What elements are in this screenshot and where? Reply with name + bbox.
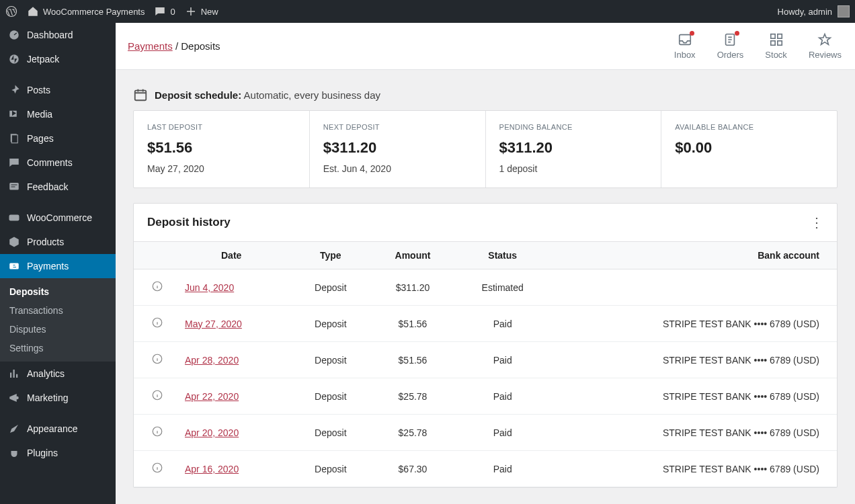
deposit-history-table: Date Type Amount Status Bank account Jun… (134, 241, 837, 487)
row-status: Paid (455, 306, 550, 342)
card-value: $0.00 (675, 139, 823, 157)
topbar-action-inbox[interactable]: Inbox (674, 32, 696, 60)
row-info[interactable] (134, 306, 181, 342)
card-sub: May 27, 2020 (147, 163, 296, 174)
sidebar-item-label: Products (27, 237, 64, 247)
topbar: Payments / Deposits InboxOrdersStockRevi… (116, 23, 855, 70)
sidebar-item-pages[interactable]: Pages (0, 126, 116, 151)
col-status[interactable]: Status (455, 242, 550, 269)
deposit-date-link[interactable]: Apr 22, 2020 (185, 391, 239, 402)
card-sub: Est. Jun 4, 2020 (323, 163, 472, 174)
row-type: Deposit (291, 415, 370, 451)
deposit-date-link[interactable]: Apr 20, 2020 (185, 427, 239, 438)
sidebar-item-label: Pages (27, 133, 54, 144)
sidebar-item-analytics[interactable]: Analytics (0, 362, 116, 386)
schedule-value: Automatic, every business day (244, 89, 380, 101)
row-status: Estimated (455, 269, 550, 306)
appearance-icon (8, 423, 20, 435)
notification-dot (690, 31, 694, 36)
jetpack-icon (8, 53, 20, 65)
row-amount: $25.78 (370, 415, 455, 451)
submenu-item-deposits[interactable]: Deposits (0, 282, 116, 301)
sidebar-item-products[interactable]: Products (0, 230, 116, 254)
svg-rect-8 (9, 263, 19, 269)
row-type: Deposit (291, 342, 370, 378)
summary-cards: LAST DEPOSIT$51.56May 27, 2020NEXT DEPOS… (133, 110, 838, 188)
col-type[interactable]: Type (291, 242, 370, 269)
topbar-action-label: Orders (717, 50, 744, 60)
sidebar-item-woocommerce[interactable]: WooCommerce (0, 206, 116, 230)
sidebar-item-posts[interactable]: Posts (0, 78, 116, 102)
sidebar-item-comments[interactable]: Comments (0, 151, 116, 175)
submenu-item-disputes[interactable]: Disputes (0, 320, 116, 339)
adminbar-comments[interactable]: 0 (154, 5, 175, 17)
stock-icon (769, 32, 784, 47)
breadcrumb-leaf: Deposits (181, 40, 220, 52)
table-row: Apr 16, 2020Deposit$67.30PaidSTRIPE TEST… (134, 451, 837, 487)
breadcrumb-sep: / (175, 40, 181, 52)
adminbar-new[interactable]: New (185, 5, 218, 17)
col-bank[interactable]: Bank account (550, 242, 837, 269)
svg-rect-5 (11, 135, 17, 143)
info-icon (151, 462, 163, 474)
sidebar-item-dashboard[interactable]: Dashboard (0, 23, 116, 47)
info-icon (151, 353, 163, 365)
card-label: AVAILABLE BALANCE (675, 123, 823, 131)
deposit-date-link[interactable]: Jun 4, 2020 (185, 282, 234, 293)
svg-rect-13 (777, 34, 781, 38)
topbar-action-orders[interactable]: Orders (717, 32, 744, 60)
media-icon (8, 108, 20, 120)
row-info[interactable] (134, 415, 181, 451)
row-bank (550, 269, 837, 306)
deposit-date-link[interactable]: May 27, 2020 (185, 319, 242, 329)
row-status: Paid (455, 451, 550, 487)
card-value: $311.20 (323, 139, 472, 157)
topbar-action-stock[interactable]: Stock (765, 32, 787, 60)
summary-card-2: PENDING BALANCE$311.201 deposit (486, 111, 662, 187)
row-bank: STRIPE TEST BANK •••• 6789 (USD) (550, 378, 837, 415)
topbar-action-reviews[interactable]: Reviews (809, 32, 842, 60)
row-bank: STRIPE TEST BANK •••• 6789 (USD) (550, 306, 837, 342)
topbar-action-label: Reviews (809, 50, 842, 60)
sidebar-item-jetpack[interactable]: Jetpack (0, 47, 116, 71)
sidebar-item-label: Dashboard (27, 30, 73, 40)
sidebar-item-label: Media (27, 109, 52, 120)
row-date: Apr 22, 2020 (181, 378, 291, 415)
submenu-item-transactions[interactable]: Transactions (0, 301, 116, 320)
sidebar-item-appearance[interactable]: Appearance (0, 417, 116, 441)
calendar-icon (133, 87, 148, 102)
breadcrumb-root[interactable]: Payments (128, 40, 173, 52)
deposit-date-link[interactable]: Apr 28, 2020 (185, 355, 239, 366)
sidebar-item-label: Marketing (27, 392, 68, 403)
sidebar-item-payments[interactable]: Payments (0, 254, 116, 278)
row-info[interactable] (134, 269, 181, 306)
plugins-icon (8, 447, 20, 459)
panel-menu-button[interactable]: ⋮ (810, 216, 823, 229)
avatar (838, 5, 850, 17)
sidebar-item-media[interactable]: Media (0, 102, 116, 126)
sidebar-item-label: Payments (27, 261, 69, 271)
svg-rect-6 (9, 183, 19, 190)
sidebar-item-feedback[interactable]: Feedback (0, 175, 116, 199)
table-row: May 27, 2020Deposit$51.56PaidSTRIPE TEST… (134, 306, 837, 342)
svg-point-2 (9, 54, 19, 64)
sidebar-submenu-payments: Deposits Transactions Disputes Settings (0, 278, 116, 362)
deposit-date-link[interactable]: Apr 16, 2020 (185, 464, 239, 474)
submenu-item-settings[interactable]: Settings (0, 339, 116, 358)
row-amount: $51.56 (370, 342, 455, 378)
row-info[interactable] (134, 378, 181, 415)
row-type: Deposit (291, 451, 370, 487)
row-info[interactable] (134, 451, 181, 487)
sidebar-item-plugins[interactable]: Plugins (0, 441, 116, 465)
sidebar-item-label: Jetpack (27, 54, 59, 65)
svg-point-9 (15, 396, 19, 400)
adminbar-account[interactable]: Howdy, admin (778, 5, 850, 17)
dashboard-icon (8, 29, 20, 41)
adminbar-site[interactable]: WooCommerce Payments (27, 5, 145, 17)
admin-sidebar: Dashboard Jetpack Posts Media Pages Comm… (0, 23, 116, 504)
col-date[interactable]: Date (181, 242, 291, 269)
sidebar-item-marketing[interactable]: Marketing (0, 386, 116, 410)
row-info[interactable] (134, 342, 181, 378)
adminbar-wp-logo[interactable] (5, 5, 17, 17)
col-amount[interactable]: Amount (370, 242, 455, 269)
